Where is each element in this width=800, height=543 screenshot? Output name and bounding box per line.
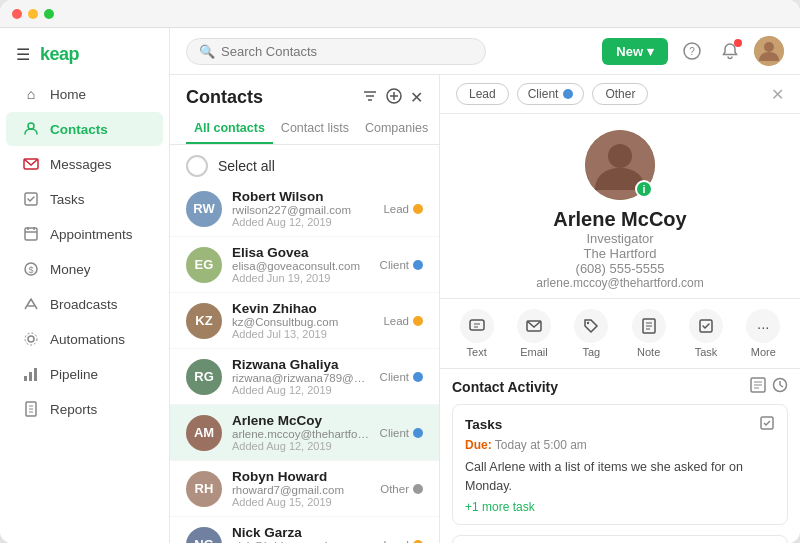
svg-rect-13 xyxy=(29,372,32,381)
sidebar-item-automations[interactable]: Automations xyxy=(6,322,163,356)
badge-label: Lead xyxy=(383,539,409,544)
pipeline-icon xyxy=(22,365,40,383)
help-button[interactable]: ? xyxy=(678,37,706,65)
contact-name: Elisa Govea xyxy=(232,245,370,260)
broadcasts-icon xyxy=(22,295,40,313)
tab-contact-lists[interactable]: Contact lists xyxy=(273,114,357,144)
contact-item[interactable]: RH Robyn Howard rhoward7@gmail.com Added… xyxy=(170,461,439,517)
contact-badge: Lead xyxy=(383,203,423,215)
sidebar-item-pipeline[interactable]: Pipeline xyxy=(6,357,163,391)
notifications-button[interactable] xyxy=(716,37,744,65)
contacts-list: RW Robert Wilson rwilson227@gmail.com Ad… xyxy=(170,181,439,543)
hamburger-icon[interactable]: ☰ xyxy=(16,45,30,64)
contacts-tabs: All contacts Contact lists Companies xyxy=(170,114,439,145)
notes-card: Notes Added: Today There was some missin… xyxy=(452,535,788,544)
action-more-label: More xyxy=(751,346,776,358)
contact-badge: Client xyxy=(380,259,423,271)
window-close-dot[interactable] xyxy=(12,9,22,19)
chevron-down-icon: ▾ xyxy=(647,44,654,59)
action-email[interactable]: Email xyxy=(517,309,551,358)
action-text[interactable]: Text xyxy=(460,309,494,358)
sidebar-header: ☰ keap xyxy=(0,36,169,77)
svg-point-11 xyxy=(25,333,37,345)
search-input[interactable] xyxy=(221,44,473,59)
sidebar-item-reports[interactable]: Reports xyxy=(6,392,163,426)
tasks-more-link[interactable]: +1 more task xyxy=(465,500,775,514)
svg-point-0 xyxy=(28,123,34,129)
detail-panel: Lead Client Other ✕ xyxy=(440,75,800,543)
select-all-checkbox[interactable] xyxy=(186,155,208,177)
avatar: KZ xyxy=(186,303,222,339)
sidebar-label-home: Home xyxy=(50,87,86,102)
tab-companies[interactable]: Companies xyxy=(357,114,436,144)
sidebar-item-broadcasts[interactable]: Broadcasts xyxy=(6,287,163,321)
detail-close-icon[interactable]: ✕ xyxy=(771,85,784,104)
action-more[interactable]: ··· More xyxy=(746,309,780,358)
contacts-icon xyxy=(22,120,40,138)
badge-dot xyxy=(413,260,423,270)
sidebar-item-money[interactable]: $ Money xyxy=(6,252,163,286)
contact-item[interactable]: NG Nick Garza nick@bridgesound.com Added… xyxy=(170,517,439,543)
other-tag[interactable]: Other xyxy=(592,83,648,105)
sidebar-item-home[interactable]: ⌂ Home xyxy=(6,77,163,111)
note-icon xyxy=(632,309,666,343)
new-button[interactable]: New ▾ xyxy=(602,38,668,65)
sidebar-item-appointments[interactable]: Appointments xyxy=(6,217,163,251)
profile-info-badge[interactable]: i xyxy=(635,180,653,198)
activity-title: Contact Activity xyxy=(452,379,750,395)
tasks-card-icon xyxy=(759,415,775,434)
sidebar-label-reports: Reports xyxy=(50,402,97,417)
badge-label: Client xyxy=(380,427,409,439)
lead-tag[interactable]: Lead xyxy=(456,83,509,105)
contact-email: rwilson227@gmail.com xyxy=(232,204,373,216)
contact-item[interactable]: EG Elisa Govea elisa@goveaconsult.com Ad… xyxy=(170,237,439,293)
activity-clock-icon[interactable] xyxy=(772,377,788,396)
contact-info: Rizwana Ghaliya rizwana@rizwana789@gmail… xyxy=(232,357,370,396)
badge-label: Other xyxy=(380,483,409,495)
profile-name: Arlene McCoy xyxy=(553,208,686,231)
select-all-label: Select all xyxy=(218,158,275,174)
sidebar-nav: ⌂ Home Contacts Messages xyxy=(0,77,169,426)
contacts-header-icons: ✕ xyxy=(362,88,423,108)
tasks-card: Tasks Due: Today at 5:00 am Call Arlen xyxy=(452,404,788,525)
client-tag[interactable]: Client xyxy=(517,83,585,105)
sidebar-item-tasks[interactable]: Tasks xyxy=(6,182,163,216)
close-panel-icon[interactable]: ✕ xyxy=(410,88,423,107)
contact-item[interactable]: RG Rizwana Ghaliya rizwana@rizwana789@gm… xyxy=(170,349,439,405)
action-tag-label: Tag xyxy=(582,346,600,358)
badge-dot xyxy=(413,204,423,214)
action-task[interactable]: Task xyxy=(689,309,723,358)
window-minimize-dot[interactable] xyxy=(28,9,38,19)
action-note-label: Note xyxy=(637,346,660,358)
contact-added: Added Aug 12, 2019 xyxy=(232,440,370,452)
contact-item[interactable]: AM Arlene McCoy arlene.mccoy@thehartford… xyxy=(170,405,439,461)
search-bar: 🔍 xyxy=(186,38,486,65)
contact-item[interactable]: KZ Kevin Zhihao kz@Consultbug.com Added … xyxy=(170,293,439,349)
title-bar xyxy=(0,0,800,28)
sidebar-item-messages[interactable]: Messages xyxy=(6,147,163,181)
badge-label: Lead xyxy=(383,203,409,215)
svg-rect-14 xyxy=(34,368,37,381)
svg-point-10 xyxy=(28,336,34,342)
avatar: RW xyxy=(186,191,222,227)
window-maximize-dot[interactable] xyxy=(44,9,54,19)
contact-badge: Other xyxy=(380,483,423,495)
sidebar-label-messages: Messages xyxy=(50,157,112,172)
svg-point-30 xyxy=(608,144,632,168)
badge-dot xyxy=(413,372,423,382)
sidebar-label-contacts: Contacts xyxy=(50,122,108,137)
filter-icon[interactable] xyxy=(362,88,378,108)
tab-all-contacts[interactable]: All contacts xyxy=(186,114,273,144)
sidebar-item-contacts[interactable]: Contacts xyxy=(6,112,163,146)
action-tag[interactable]: Tag xyxy=(574,309,608,358)
activity-list-icon[interactable] xyxy=(750,377,766,396)
contact-badge: Client xyxy=(380,371,423,383)
svg-rect-3 xyxy=(25,228,37,240)
contact-item[interactable]: RW Robert Wilson rwilson227@gmail.com Ad… xyxy=(170,181,439,237)
badge-dot xyxy=(413,316,423,326)
select-all-row: Select all xyxy=(170,145,439,181)
add-contact-icon[interactable] xyxy=(386,88,402,108)
user-avatar[interactable] xyxy=(754,36,784,66)
tasks-card-header: Tasks xyxy=(465,415,775,434)
action-note[interactable]: Note xyxy=(632,309,666,358)
